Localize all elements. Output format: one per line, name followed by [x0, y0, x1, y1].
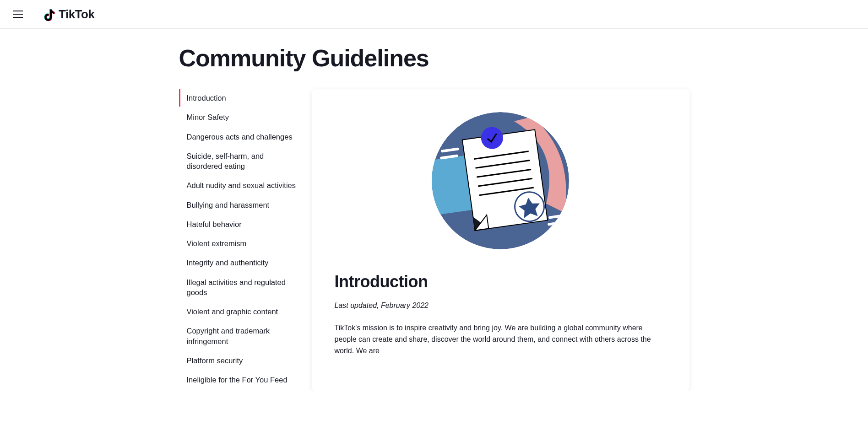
- last-updated-text: Last updated, February 2022: [335, 301, 667, 310]
- content-body: TikTok's mission is to inspire creativit…: [335, 323, 667, 356]
- sidebar-item-11[interactable]: Copyright and trademark infringement: [179, 322, 298, 350]
- sidebar-item-0[interactable]: Introduction: [179, 89, 298, 107]
- sidebar-item-7[interactable]: Violent extremism: [179, 235, 298, 252]
- sidebar-item-1[interactable]: Minor Safety: [179, 108, 298, 126]
- sidebar-item-5[interactable]: Bullying and harassment: [179, 196, 298, 214]
- brand-name: TikTok: [59, 7, 94, 22]
- sidebar-item-4[interactable]: Adult nudity and sexual activities: [179, 177, 298, 194]
- content-card: Introduction Last updated, February 2022…: [312, 89, 689, 391]
- content-heading: Introduction: [335, 272, 667, 291]
- sidebar-item-2[interactable]: Dangerous acts and challenges: [179, 128, 298, 145]
- tiktok-logo[interactable]: TikTok: [43, 6, 94, 22]
- sidebar-item-8[interactable]: Integrity and authenticity: [179, 254, 298, 271]
- header: TikTok: [0, 0, 868, 29]
- hamburger-menu-icon[interactable]: [13, 9, 23, 19]
- sidebar-nav: IntroductionMinor SafetyDangerous acts a…: [179, 89, 298, 391]
- sidebar-item-13[interactable]: Ineligible for the For You Feed: [179, 371, 298, 388]
- sidebar-item-12[interactable]: Platform security: [179, 352, 298, 369]
- page-title: Community Guidelines: [179, 44, 689, 72]
- sidebar-item-6[interactable]: Hateful behavior: [179, 215, 298, 233]
- sidebar-item-9[interactable]: Illegal activities and regulated goods: [179, 274, 298, 301]
- sidebar-item-3[interactable]: Suicide, self-harm, and disordered eatin…: [179, 147, 298, 175]
- sidebar-item-10[interactable]: Violent and graphic content: [179, 303, 298, 320]
- document-illustration: [335, 112, 667, 249]
- tiktok-note-icon: [43, 6, 57, 22]
